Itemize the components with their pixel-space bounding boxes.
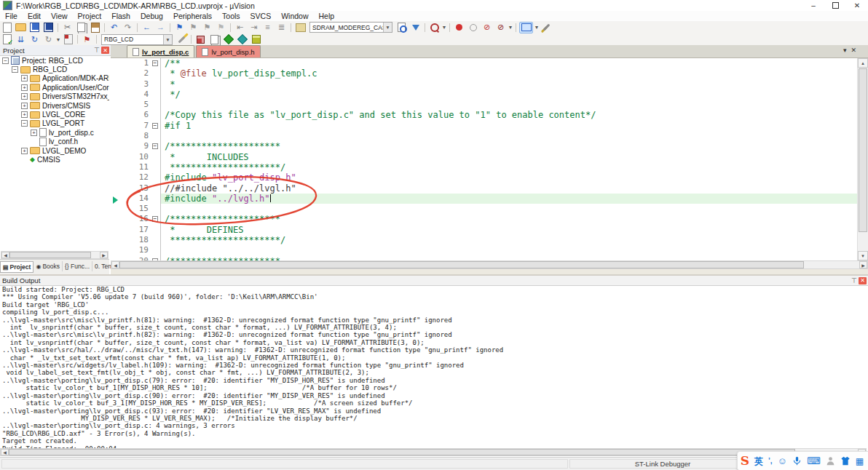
ime-toolbar[interactable]: S英’,☺⌨▦ xyxy=(737,451,868,470)
scrollbar-thumb[interactable] xyxy=(119,261,804,268)
translate-icon[interactable] xyxy=(1,34,13,44)
insert-breakpoint-icon[interactable] xyxy=(453,23,465,33)
manage-rte-icon[interactable] xyxy=(250,34,262,44)
tree-expander-icon[interactable]: + xyxy=(31,130,37,136)
load-application-icon[interactable] xyxy=(294,23,307,33)
redo-icon[interactable]: ↷ xyxy=(122,23,134,33)
editor-tab-lv_port_disp-c[interactable]: lv_port_disp.c xyxy=(127,45,194,57)
copy-icon[interactable] xyxy=(75,23,87,33)
stop-build-icon[interactable] xyxy=(62,34,74,44)
scrollbar-thumb[interactable] xyxy=(9,252,91,258)
code-text[interactable]: /********************* xyxy=(160,214,858,224)
code-line[interactable]: 15 xyxy=(111,204,858,214)
manage-components-icon[interactable] xyxy=(194,34,207,44)
open-folder-icon[interactable] xyxy=(15,23,27,33)
code-line[interactable]: 14#include "../lvgl.h" xyxy=(111,194,858,204)
dropdown-arrow-icon[interactable]: ▼ xyxy=(534,25,540,30)
ime-toolbox-icon[interactable]: ▦ xyxy=(856,457,864,466)
document-close-icon[interactable]: ✕ xyxy=(851,47,856,54)
menu-project[interactable]: Project xyxy=(73,12,107,20)
fold-marker-icon[interactable]: − xyxy=(152,143,158,149)
code-text[interactable]: /*Copy this file as "lv_port_disp.c" and… xyxy=(160,110,858,120)
menu-svcs[interactable]: SVCS xyxy=(245,12,277,20)
new-file-icon[interactable] xyxy=(1,23,13,33)
project-panel-close-icon[interactable]: ✕ xyxy=(101,47,109,54)
code-line[interactable]: 4 */ xyxy=(111,89,858,100)
file-extensions-icon[interactable] xyxy=(208,34,221,44)
menu-tools[interactable]: Tools xyxy=(217,12,245,20)
dropdown-arrow-icon[interactable]: ▼ xyxy=(55,37,61,42)
build-icon[interactable]: ⇊ xyxy=(15,34,27,44)
code-text[interactable]: /********************* xyxy=(160,141,858,151)
tree-item-project-rbg-lcd[interactable]: −Project: RBG_LCD xyxy=(0,56,109,65)
scroll-up-icon[interactable]: ▲ xyxy=(858,58,868,68)
ime-punctuation-icon[interactable]: ’, xyxy=(768,458,773,465)
editor-tab-lv_port_disp-h[interactable]: lv_port_disp.h xyxy=(196,45,260,57)
code-text[interactable]: #if 1 xyxy=(160,121,858,131)
bookmark-toggle-icon[interactable]: ⚑ xyxy=(173,23,186,33)
tree-expander-icon[interactable]: + xyxy=(21,84,28,91)
menu-peripherals[interactable]: Peripherals xyxy=(168,12,217,20)
nav-forward-icon[interactable]: → xyxy=(154,23,167,33)
project-hscrollbar[interactable]: ◀ ▶ xyxy=(1,251,108,259)
bookmark-next-icon[interactable]: ⚑ xyxy=(201,23,213,33)
scroll-left-icon[interactable]: ◀ xyxy=(1,252,9,258)
scrollbar-thumb[interactable] xyxy=(9,449,795,455)
close-button[interactable]: ✕ xyxy=(846,0,868,11)
tree-item-application-user-core[interactable]: +Application/User/Core xyxy=(0,83,109,92)
menu-window[interactable]: Window xyxy=(276,12,313,20)
restore-button[interactable] xyxy=(824,0,846,11)
code-text[interactable]: //#include "../../lvgl.h" xyxy=(160,183,858,194)
code-line[interactable]: 19 xyxy=(111,245,858,255)
save-all-icon[interactable] xyxy=(42,23,55,33)
tree-item-drivers-cmsis[interactable]: +Drivers/CMSIS xyxy=(0,101,109,110)
functions-combo[interactable]: SDRAM_MODEREG_CAS_▼ xyxy=(309,22,392,33)
code-line[interactable]: 12#include "lv_port_disp.h" xyxy=(111,172,858,183)
cut-icon[interactable]: ✂ xyxy=(61,23,74,33)
tree-item-application-mdk-arm[interactable]: +Application/MDK-ARM xyxy=(0,74,109,83)
scroll-left-icon[interactable]: ◀ xyxy=(111,261,119,268)
bookmark-prev-icon[interactable]: ⚑ xyxy=(187,23,200,33)
tree-item-lv-conf-h[interactable]: lv_conf.h xyxy=(0,138,109,146)
tree-expander-icon[interactable]: − xyxy=(21,120,28,127)
save-icon[interactable] xyxy=(28,23,41,33)
pin-icon[interactable]: ⊤ xyxy=(850,277,859,284)
tree-item-drivers-stm32h7xx-hal-dri[interactable]: +Drivers/STM32H7xx_HAL_Dri xyxy=(0,92,109,101)
code-line[interactable]: 6/*Copy this file as "lv_port_disp.c" an… xyxy=(111,110,858,120)
fold-marker-icon[interactable]: − xyxy=(152,123,158,129)
ime-skin-icon[interactable] xyxy=(840,456,851,466)
nav-back-icon[interactable]: ← xyxy=(141,23,153,33)
tree-expander-icon[interactable]: + xyxy=(21,111,28,118)
fold-marker-icon[interactable]: − xyxy=(152,60,158,66)
ime-person-icon[interactable] xyxy=(826,456,835,466)
chevron-down-icon[interactable]: ▼ xyxy=(163,35,172,44)
find-icon[interactable] xyxy=(428,23,441,33)
paste-icon[interactable] xyxy=(89,23,101,33)
code-line[interactable]: 10 * INCLUDES xyxy=(111,152,858,162)
debug-windows-icon[interactable] xyxy=(519,22,533,33)
panel-tab-books[interactable]: ◉Books xyxy=(33,261,63,271)
rebuild-icon[interactable]: ↻ xyxy=(28,34,41,44)
ime-mode-english[interactable]: 英 xyxy=(754,457,763,466)
tab-list-dropdown-icon[interactable]: ▾ xyxy=(843,47,847,54)
editor-vscrollbar[interactable]: ▲ ▼ xyxy=(857,58,868,260)
code-text[interactable]: * DEFINES xyxy=(160,225,858,235)
uncomment-icon[interactable]: ≣ xyxy=(275,23,288,33)
code-text[interactable]: /** xyxy=(160,58,858,68)
code-text[interactable]: * xyxy=(160,79,858,89)
configure-tools-icon[interactable] xyxy=(540,23,553,33)
tree-expander-icon[interactable]: + xyxy=(21,148,28,154)
menu-debug[interactable]: Debug xyxy=(135,12,168,20)
code-text[interactable] xyxy=(160,204,858,214)
tree-item-rbg-lcd[interactable]: −RBG_LCD xyxy=(0,65,109,73)
tree-expander-icon[interactable]: + xyxy=(21,93,28,100)
tree-expander-icon[interactable]: − xyxy=(2,57,9,64)
scroll-down-icon[interactable]: ▼ xyxy=(858,251,868,260)
tree-expander-icon[interactable]: + xyxy=(21,75,28,81)
funnel-icon[interactable] xyxy=(409,23,422,33)
pin-icon[interactable]: ⊤ xyxy=(92,47,101,54)
fold-marker-icon[interactable]: − xyxy=(152,216,158,222)
code-line[interactable]: 5 xyxy=(111,100,858,110)
code-text[interactable]: * @file lv_port_disp_templ.c xyxy=(160,68,858,79)
disable-all-breakpoints-icon[interactable]: ⊘ xyxy=(481,23,493,33)
